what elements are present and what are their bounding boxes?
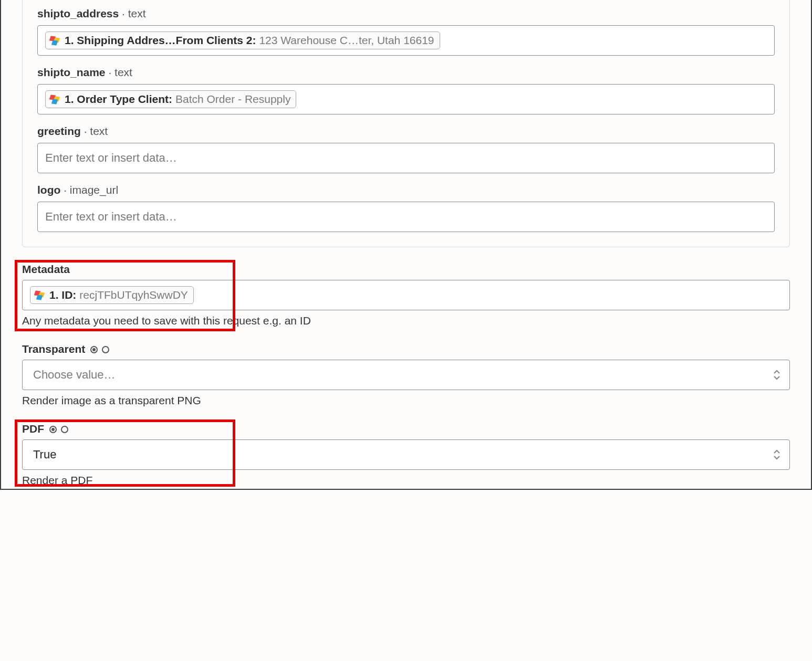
select-transparent[interactable]: Choose value… <box>22 360 790 390</box>
radio-on[interactable] <box>49 426 57 433</box>
label-sep: · <box>64 184 70 196</box>
select-arrows-icon <box>774 370 780 380</box>
field-shipto-name: shipto_name · text 1. Order Type Client:… <box>37 66 775 114</box>
select-pdf[interactable]: True <box>22 439 790 470</box>
input-shipto-address[interactable]: 1. Shipping Addres…From Clients 2: 123 W… <box>37 25 775 56</box>
help-pdf: Render a PDF <box>22 474 790 487</box>
label-sep: · <box>108 66 114 78</box>
input-greeting[interactable]: Enter text or insert data… <box>37 143 775 173</box>
label-sep: · <box>84 125 90 137</box>
form-page: shipto_address · text 1. Shipping Addres… <box>0 0 812 490</box>
radio-on[interactable] <box>90 346 98 353</box>
field-shipto-address: shipto_address · text 1. Shipping Addres… <box>37 0 775 56</box>
label-text: Transparent <box>22 343 85 355</box>
field-metadata: Metadata 1. ID: recjTFbUTqyhSwwDY Any me… <box>22 263 790 327</box>
field-pdf: PDF True Render a PDF <box>22 423 790 489</box>
airtable-icon <box>50 95 61 104</box>
label-transparent: Transparent <box>22 343 790 355</box>
token-label: 1. Order Type Client: <box>65 93 172 106</box>
label-text: Metadata <box>22 263 70 276</box>
field-logo: logo · image_url Enter text or insert da… <box>37 184 775 232</box>
input-shipto-name[interactable]: 1. Order Type Client: Batch Order - Resu… <box>37 84 775 114</box>
label-sep: · <box>122 7 128 19</box>
help-transparent: Render image as a transparent PNG <box>22 394 790 407</box>
input-metadata[interactable]: 1. ID: recjTFbUTqyhSwwDY <box>22 280 790 310</box>
select-arrows-icon <box>774 449 780 460</box>
field-transparent: Transparent Choose value… Render image a… <box>22 343 790 407</box>
label-greeting: greeting · text <box>37 125 775 138</box>
field-greeting: greeting · text Enter text or insert dat… <box>37 125 775 173</box>
token-shipto-address[interactable]: 1. Shipping Addres…From Clients 2: 123 W… <box>45 32 440 49</box>
label-name: greeting <box>37 125 81 137</box>
placeholder-logo: Enter text or insert data… <box>45 210 177 224</box>
help-metadata: Any metadata you need to save with this … <box>22 314 790 327</box>
token-value: 123 Warehouse C…ter, Utah 16619 <box>259 34 434 47</box>
radio-pair-pdf[interactable] <box>49 426 68 433</box>
template-fields-group: shipto_address · text 1. Shipping Addres… <box>22 0 790 247</box>
token-value: Batch Order - Resupply <box>175 93 290 106</box>
label-type: text <box>90 125 108 137</box>
label-name: shipto_name <box>37 66 106 78</box>
label-pdf: PDF <box>22 423 790 435</box>
label-logo: logo · image_url <box>37 184 775 196</box>
label-type: text <box>128 7 146 19</box>
token-shipto-name[interactable]: 1. Order Type Client: Batch Order - Resu… <box>45 90 296 108</box>
label-type: image_url <box>70 184 118 196</box>
input-logo[interactable]: Enter text or insert data… <box>37 202 775 232</box>
radio-off[interactable] <box>102 346 109 353</box>
token-value: recjTFbUTqyhSwwDY <box>79 289 188 301</box>
label-shipto-address: shipto_address · text <box>37 7 775 20</box>
label-shipto-name: shipto_name · text <box>37 66 775 79</box>
label-metadata: Metadata <box>22 263 790 276</box>
label-type: text <box>114 66 132 78</box>
label-name: logo <box>37 184 60 196</box>
radio-off[interactable] <box>61 426 68 433</box>
token-metadata[interactable]: 1. ID: recjTFbUTqyhSwwDY <box>30 286 194 304</box>
value-pdf: True <box>33 448 56 461</box>
placeholder-greeting: Enter text or insert data… <box>45 151 177 165</box>
token-label: 1. Shipping Addres…From Clients 2: <box>65 34 256 47</box>
airtable-icon <box>35 290 46 300</box>
radio-pair-transparent[interactable] <box>90 346 109 353</box>
label-name: shipto_address <box>37 7 119 19</box>
airtable-icon <box>50 36 61 45</box>
placeholder-transparent: Choose value… <box>33 368 116 382</box>
label-text: PDF <box>22 423 44 435</box>
token-label: 1. ID: <box>49 289 76 301</box>
